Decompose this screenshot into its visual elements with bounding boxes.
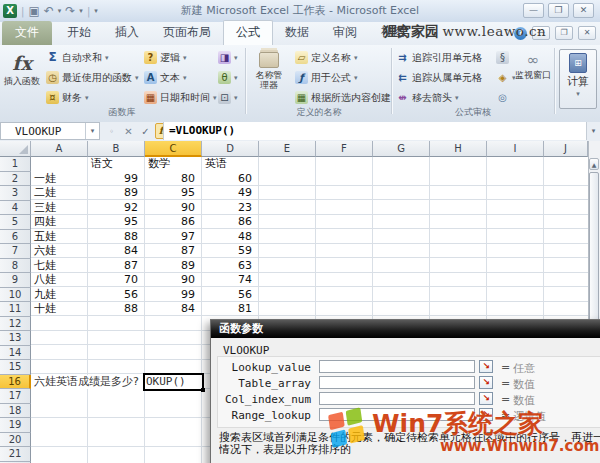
evaluate-formula-button[interactable]: ◎ [494,88,509,107]
text-button[interactable]: A 文本 ▾ [142,68,187,87]
cell-C5[interactable]: 86 [145,215,202,230]
name-box[interactable]: VLOOKUP ▾ [0,122,100,140]
cell-B4[interactable]: 92 [88,201,145,216]
range-selector-icon[interactable]: ↘ [479,360,493,373]
cell-B11[interactable]: 88 [88,302,145,317]
range-selector-icon[interactable]: ↘ [479,376,493,389]
logical-button[interactable]: ? 逻辑 ▾ [142,48,187,67]
calculate-button[interactable]: ⊞ 计算 ▾ [559,49,597,109]
cell-B6[interactable]: 88 [88,230,145,245]
define-name-button[interactable]: ▱ 定义名称 ▾ [293,48,358,67]
enter-icon[interactable]: ✓ [138,124,153,139]
more-functions-button[interactable]: ⊡ ▾ [216,88,238,107]
cell-A5[interactable]: 四娃 [31,215,88,230]
trace-dependents-button[interactable]: ⇇ 追踪从属单元格 [394,68,482,87]
cell-A6[interactable]: 五娃 [31,230,88,245]
row-header-5[interactable]: 5 [0,215,31,230]
table-array-input[interactable] [319,376,475,389]
cell-A3[interactable]: 二娃 [31,186,88,201]
column-header-H[interactable]: H [430,141,487,157]
recent-functions-button[interactable]: ◷ 最近使用的函数 ▾ [44,68,139,87]
cell-D9[interactable]: 74 [202,273,259,288]
row-header-16[interactable]: 16 [0,375,31,390]
cell-A4[interactable]: 三娃 [31,201,88,216]
cell-D10[interactable]: 56 [202,288,259,303]
cell-B5[interactable]: 95 [88,215,145,230]
cell-A16-question[interactable]: 六娃英语成绩是多少? [31,375,145,390]
cell-D4[interactable]: 23 [202,201,259,216]
row-header-10[interactable]: 10 [0,288,31,303]
lookup-reference-button[interactable]: ◨ ▾ [216,48,238,67]
row-header-13[interactable]: 13 [0,331,31,346]
cell-C9[interactable]: 90 [145,273,202,288]
create-from-selection-button[interactable]: ▦ 根据所选内容创建 [293,88,391,107]
cell-D6[interactable]: 48 [202,230,259,245]
column-header-B[interactable]: B [88,141,145,157]
show-formulas-button[interactable]: § [494,48,509,67]
tab-ribbon-1[interactable]: 开始 [55,21,103,45]
tab-ribbon-4[interactable]: 公式 [223,20,273,45]
minimize-icon[interactable]: — [523,3,544,18]
select-all-corner[interactable] [0,141,31,157]
column-header-E[interactable]: E [259,141,316,157]
cell-B10[interactable]: 56 [88,288,145,303]
cell-D5[interactable]: 86 [202,215,259,230]
cell-C10[interactable]: 99 [145,288,202,303]
cell-C7[interactable]: 87 [145,244,202,259]
cell-C1[interactable]: 数学 [145,157,202,172]
cell-C3[interactable]: 95 [145,186,202,201]
column-header-D[interactable]: D [202,141,259,157]
col-index-num-input[interactable] [319,392,475,405]
row-header-15[interactable]: 15 [0,360,31,375]
remove-arrows-button[interactable]: ↮ 移去箭头 ▾ [394,88,459,107]
workbook-restore-icon[interactable]: ❐ [555,26,573,40]
cell-D7[interactable]: 59 [202,244,259,259]
cell-B9[interactable]: 70 [88,273,145,288]
cell-B2[interactable]: 99 [88,172,145,187]
cell-D2[interactable]: 60 [202,172,259,187]
cell-B8[interactable]: 87 [88,259,145,274]
use-in-formula-button[interactable]: ƒ 用于公式 ▾ [293,68,358,87]
workbook-close-icon[interactable]: ✕ [578,26,596,40]
range-selector-icon[interactable]: ↘ [479,408,493,421]
column-header-C[interactable]: C [145,141,202,157]
formula-input[interactable]: =VLOOKUP() [163,122,587,140]
cell-C8[interactable]: 89 [145,259,202,274]
row-header-11[interactable]: 11 [0,302,31,317]
column-header-F[interactable]: F [316,141,373,157]
row-header-8[interactable]: 8 [0,259,31,274]
cell-C6[interactable]: 97 [145,230,202,245]
formula-bar-expand-icon[interactable]: ▾ [586,122,600,140]
cell-B1[interactable]: 语文 [88,157,145,172]
tab-file[interactable]: 文件 [2,21,52,45]
dialog-title-bar[interactable]: 函数参数 [211,320,600,338]
row-header-4[interactable]: 4 [0,201,31,216]
name-manager-button[interactable]: 名称管理器 [249,48,289,110]
cell-C11[interactable]: 84 [145,302,202,317]
autosum-button[interactable]: Σ 自动求和 ▾ [44,48,109,67]
error-checking-button[interactable]: ◈ ▾ [494,68,516,87]
row-header-18[interactable]: 18 [0,404,31,419]
cell-A10[interactable]: 九娃 [31,288,88,303]
math-trig-button[interactable]: θ ▾ [216,68,238,87]
row-header-9[interactable]: 9 [0,273,31,288]
tab-ribbon-5[interactable]: 数据 [273,21,321,45]
row-header-12[interactable]: 12 [0,317,31,332]
row-header-20[interactable]: 20 [0,433,31,448]
watch-window-button[interactable]: ∞ 监视窗口 [514,48,552,110]
cell-A9[interactable]: 八娃 [31,273,88,288]
scroll-up-icon[interactable]: ▲ [589,158,599,170]
cell-D1[interactable]: 英语 [202,157,259,172]
tab-ribbon-3[interactable]: 页面布局 [151,21,223,45]
cell-A2[interactable]: 一娃 [31,172,88,187]
cell-B7[interactable]: 84 [88,244,145,259]
column-header-G[interactable]: G [373,141,430,157]
range-selector-icon[interactable]: ↘ [479,392,493,405]
trace-precedents-button[interactable]: ⇉ 追踪引用单元格 [394,48,482,67]
range-lookup-input[interactable] [319,408,475,421]
cell-A7[interactable]: 六娃 [31,244,88,259]
tab-ribbon-6[interactable]: 审阅 [321,21,369,45]
row-header-2[interactable]: 2 [0,172,31,187]
cell-D11[interactable]: 81 [202,302,259,317]
financial-button[interactable]: ¤ 财务 ▾ [44,88,89,107]
